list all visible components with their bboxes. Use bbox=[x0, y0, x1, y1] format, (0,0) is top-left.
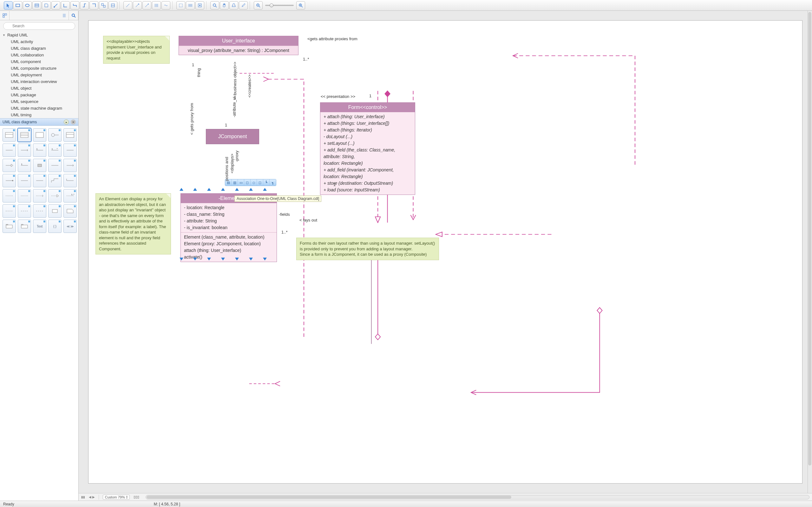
pal-note2[interactable] bbox=[18, 205, 31, 218]
tree-item[interactable]: UML class diagram bbox=[0, 45, 78, 52]
tool-hand[interactable] bbox=[220, 1, 229, 9]
ruler-nav[interactable]: ◀ ▶ bbox=[89, 495, 95, 499]
class-user-interface[interactable]: User_interface visual_proxy (attribute_n… bbox=[179, 36, 299, 55]
tool-ortho4[interactable] bbox=[90, 1, 98, 9]
tool-zoom-in[interactable] bbox=[210, 1, 219, 9]
selection-handle[interactable] bbox=[207, 258, 211, 261]
vertical-scrollbar[interactable] bbox=[808, 11, 812, 493]
pal-gen5[interactable] bbox=[63, 159, 77, 172]
tool-ortho2[interactable] bbox=[70, 1, 79, 9]
tree-root[interactable]: Rapid UML bbox=[0, 32, 78, 38]
tool-rect[interactable] bbox=[13, 1, 22, 9]
pal-assoc5[interactable] bbox=[63, 144, 77, 157]
class-element[interactable]: -Element - location: Rectangle- class_na… bbox=[181, 193, 277, 262]
pal-comp3[interactable] bbox=[33, 189, 46, 203]
pal-class2[interactable] bbox=[18, 128, 31, 142]
tree-item[interactable]: UML sequence bbox=[0, 98, 78, 105]
selection-handle[interactable] bbox=[221, 188, 225, 191]
pal-note4[interactable] bbox=[48, 205, 61, 218]
library-tab-icon[interactable] bbox=[0, 11, 9, 20]
selection-handle[interactable] bbox=[235, 188, 239, 191]
pal-dep2[interactable] bbox=[18, 174, 31, 187]
pal-gen3[interactable] bbox=[33, 159, 46, 172]
selection-handle[interactable] bbox=[249, 258, 253, 261]
tool-region1[interactable] bbox=[176, 1, 185, 9]
tree-item[interactable]: UML state machine diagram bbox=[0, 105, 78, 112]
tree-item[interactable]: UML object bbox=[0, 85, 78, 92]
zoom-level[interactable]: Custom 79%▴▾ bbox=[103, 495, 130, 500]
pal-dep5[interactable] bbox=[63, 174, 77, 187]
pal-assoc3[interactable]: 1 bbox=[33, 144, 46, 157]
pal-text[interactable]: Text bbox=[33, 220, 46, 233]
ruler-pages-icon[interactable]: ▯▯▯ bbox=[134, 495, 139, 499]
tool-ortho1[interactable] bbox=[61, 1, 70, 9]
tree-item[interactable]: UML deployment bbox=[0, 72, 78, 78]
ctx-icon[interactable]: ◻ bbox=[257, 179, 263, 186]
pal-assoc2[interactable] bbox=[18, 144, 31, 157]
pal-dep1[interactable] bbox=[3, 174, 16, 187]
tree-item[interactable]: UML interaction overview bbox=[0, 78, 78, 85]
pal-comp1[interactable] bbox=[3, 189, 16, 203]
class-jcomponent[interactable]: JComponent bbox=[206, 129, 259, 144]
pal-class3[interactable] bbox=[33, 128, 46, 142]
list-tab-icon[interactable] bbox=[59, 11, 69, 20]
tool-line3[interactable] bbox=[142, 1, 151, 9]
horizontal-scrollbar[interactable] bbox=[146, 495, 809, 499]
tree-item[interactable]: UML package bbox=[0, 92, 78, 98]
tool-ellipse[interactable] bbox=[23, 1, 32, 9]
pal-class[interactable] bbox=[3, 128, 16, 142]
pal-dep4[interactable] bbox=[48, 174, 61, 187]
tool-group1[interactable] bbox=[99, 1, 108, 9]
selection-handle[interactable] bbox=[249, 188, 253, 191]
note-element[interactable]: An Element can display a proxy for an ab… bbox=[96, 193, 171, 255]
selection-handle[interactable] bbox=[263, 258, 267, 261]
tool-stamp[interactable] bbox=[229, 1, 238, 9]
tool-eyedrop[interactable] bbox=[239, 1, 248, 9]
note-displayable[interactable]: <<displayable>>objects implement User_in… bbox=[103, 36, 170, 64]
pal-dep3[interactable] bbox=[33, 174, 46, 187]
zoom-slider-track[interactable] bbox=[265, 5, 294, 6]
tool-line1[interactable] bbox=[123, 1, 132, 9]
palette-save-icon[interactable]: ▸ bbox=[64, 119, 69, 124]
search-tab-icon[interactable] bbox=[69, 11, 78, 20]
ctx-icon[interactable]: ▥ bbox=[232, 179, 238, 186]
tool-region2[interactable] bbox=[186, 1, 195, 9]
zoom-out-button[interactable] bbox=[254, 1, 263, 9]
tree-item[interactable]: UML collaboration bbox=[0, 52, 78, 58]
pal-pkg1[interactable] bbox=[3, 220, 16, 233]
pal-gen2[interactable]: 1 bbox=[18, 159, 31, 172]
pal-assoc1[interactable] bbox=[3, 144, 16, 157]
pal-gen4[interactable] bbox=[48, 159, 61, 172]
note-form[interactable]: Forms do their own layout rather than us… bbox=[296, 238, 439, 260]
pal-pkg2[interactable] bbox=[18, 220, 31, 233]
zoom-in-button[interactable] bbox=[296, 1, 305, 9]
pal-note1[interactable] bbox=[3, 205, 16, 218]
tree-item[interactable]: UML activity bbox=[0, 38, 78, 45]
selection-handle[interactable] bbox=[180, 258, 183, 261]
pal-nav[interactable]: ≪ ≫ bbox=[63, 220, 77, 233]
tool-table[interactable] bbox=[32, 1, 41, 9]
tool-line5[interactable] bbox=[161, 1, 170, 9]
pal-comp2[interactable] bbox=[18, 189, 31, 203]
pal-interface[interactable] bbox=[48, 128, 61, 142]
selection-handle[interactable] bbox=[193, 188, 197, 191]
selection-handle[interactable] bbox=[221, 258, 225, 261]
ctx-icon[interactable]: ◇ bbox=[251, 179, 257, 186]
selection-handle[interactable] bbox=[235, 258, 239, 261]
ctx-icon[interactable]: ┓ bbox=[270, 179, 276, 186]
pal-constraint[interactable]: { } bbox=[48, 220, 61, 233]
tool-note[interactable] bbox=[42, 1, 51, 9]
context-toolstrip[interactable]: ▤ ▥ ▭ ◻ ◇ ◻ ┗ ┓ bbox=[225, 179, 276, 186]
ctx-icon[interactable]: ▭ bbox=[238, 179, 244, 186]
ruler-pause-icon[interactable]: ▮▮ bbox=[81, 495, 85, 499]
palette-close-icon[interactable]: ✕ bbox=[71, 119, 76, 124]
pal-comp5[interactable]: 1..* bbox=[63, 189, 77, 203]
tree-item[interactable]: UML timing bbox=[0, 112, 78, 118]
tool-ortho3[interactable] bbox=[80, 1, 89, 9]
tool-region3[interactable] bbox=[195, 1, 204, 9]
selection-handle[interactable] bbox=[193, 258, 197, 261]
drawing-canvas[interactable]: <<displayable>>objects implement User_in… bbox=[88, 20, 803, 484]
selection-handle[interactable] bbox=[263, 188, 267, 191]
pal-comp4[interactable] bbox=[48, 189, 61, 203]
zoom-slider-thumb[interactable] bbox=[270, 3, 273, 7]
